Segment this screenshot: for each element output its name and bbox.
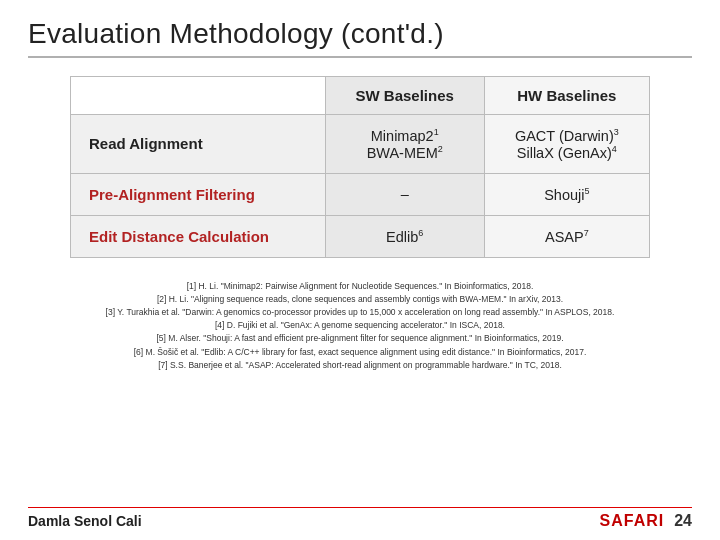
row-label-pre-alignment: Pre-Alignment Filtering — [71, 173, 326, 215]
row-label-edit-distance: Edit Distance Calculation — [71, 215, 326, 257]
table-row: Pre-Alignment Filtering – Shouji5 — [71, 173, 650, 215]
footnote-5: [5] M. Alser. "Shouji: A fast and effici… — [28, 332, 692, 345]
footnote-3: [3] Y. Turakhia et al. "Darwin: A genomi… — [28, 306, 692, 319]
sw-cell-edit-distance: Edlib6 — [325, 215, 484, 257]
sw-cell-pre-alignment: – — [325, 173, 484, 215]
hw-cell-read-alignment: GACT (Darwin)3SillaX (GenAx)4 — [484, 115, 649, 174]
footnote-1: [1] H. Li. "Minimap2: Pairwise Alignment… — [28, 280, 692, 293]
sw-baselines-header: SW Baselines — [325, 77, 484, 115]
main-table-wrapper: SW Baselines HW Baselines Read Alignment… — [28, 76, 692, 258]
author-name: Damla Senol Cali — [28, 513, 142, 529]
table-row: Read Alignment Minimap21BWA-MEM2 GACT (D… — [71, 115, 650, 174]
footnote-4: [4] D. Fujiki et al. "GenAx: A genome se… — [28, 319, 692, 332]
hw-cell-edit-distance: ASAP7 — [484, 215, 649, 257]
evaluation-table: SW Baselines HW Baselines Read Alignment… — [70, 76, 650, 258]
empty-header — [71, 77, 326, 115]
footnote-7: [7] S.S. Banerjee et al. "ASAP: Accelera… — [28, 359, 692, 372]
footnote-2: [2] H. Li. "Aligning sequence reads, clo… — [28, 293, 692, 306]
hw-cell-pre-alignment: Shouji5 — [484, 173, 649, 215]
page-number: 24 — [674, 512, 692, 530]
hw-baselines-header: HW Baselines — [484, 77, 649, 115]
footnotes-section: [1] H. Li. "Minimap2: Pairwise Alignment… — [28, 280, 692, 503]
footer-right: SAFARI 24 — [600, 512, 692, 530]
table-row: Edit Distance Calculation Edlib6 ASAP7 — [71, 215, 650, 257]
page: Evaluation Methodology (cont'd.) SW Base… — [0, 0, 720, 540]
footnote-6: [6] M. Šošič et al. "Edlib: A C/C++ libr… — [28, 346, 692, 359]
safari-brand: SAFARI — [600, 512, 665, 530]
row-label-read-alignment: Read Alignment — [71, 115, 326, 174]
page-title: Evaluation Methodology (cont'd.) — [28, 18, 692, 50]
page-footer: Damla Senol Cali SAFARI 24 — [28, 507, 692, 530]
title-divider — [28, 56, 692, 58]
sw-cell-read-alignment: Minimap21BWA-MEM2 — [325, 115, 484, 174]
